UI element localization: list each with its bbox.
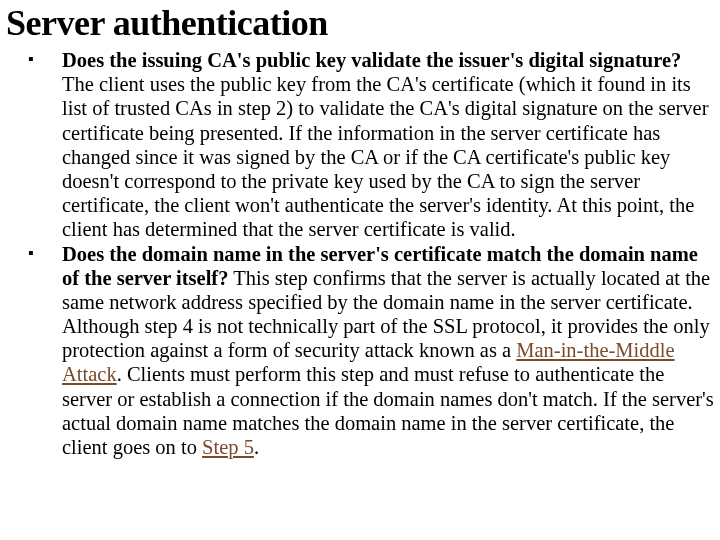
item-body-post: .: [254, 436, 259, 458]
item-body-mid: . Clients must perform this step and mus…: [62, 363, 714, 458]
square-bullet-icon: ▪: [28, 244, 34, 263]
bullet-list: ▪ Does the issuing CA's public key valid…: [6, 48, 714, 459]
list-item: ▪ Does the domain name in the server's c…: [62, 242, 714, 460]
step5-link[interactable]: Step 5: [202, 436, 254, 458]
item-question: Does the issuing CA's public key validat…: [62, 49, 681, 71]
item-body: The client uses the public key from the …: [62, 73, 708, 240]
square-bullet-icon: ▪: [28, 50, 34, 69]
list-item: ▪ Does the issuing CA's public key valid…: [62, 48, 714, 242]
page-title: Server authentication: [6, 2, 714, 44]
